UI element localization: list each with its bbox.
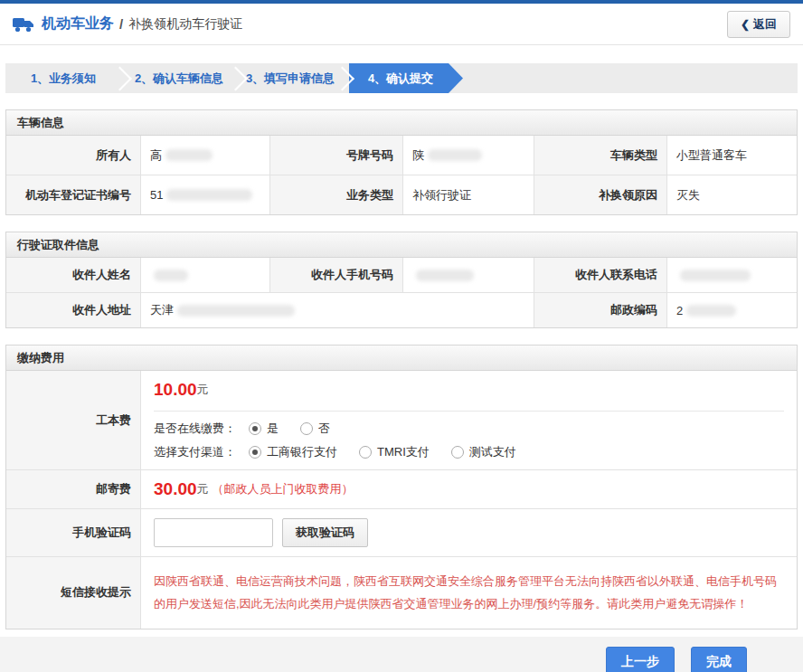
sms-notice-content: 因陕西省联通、电信运营商技术问题，陕西省互联网交通安全综合服务管理平台无法向持陕… xyxy=(141,557,797,629)
zip-code-label: 邮政编码 xyxy=(534,293,667,327)
reason-value: 灭失 xyxy=(667,175,797,214)
radio-unchecked-icon[interactable] xyxy=(451,446,464,459)
recipient-phone-value xyxy=(667,258,797,292)
redacted-text xyxy=(177,305,295,317)
step-1-business-notice[interactable]: 1、业务须知 xyxy=(5,63,121,93)
sms-notice-text: 因陕西省联通、电信运营商技术问题，陕西省互联网交通安全综合服务管理平台无法向持陕… xyxy=(154,566,784,620)
cost-fee-content: 10.00 元 是否在线缴费： 是 否 选择支付渠道： 工商银行支 xyxy=(141,371,797,469)
reason-label: 补换领原因 xyxy=(534,175,667,214)
recipient-mobile-value xyxy=(403,258,534,292)
sms-notice-label: 短信接收提示 xyxy=(6,557,141,629)
vehicle-info-panel: 车辆信息 所有人 高 号牌号码 陕 车辆类型 小型普通客车 机动车登记证书编号 … xyxy=(5,109,798,215)
online-pay-option-yes[interactable]: 是 xyxy=(249,421,279,437)
postage-fee-label: 邮寄费 xyxy=(6,470,141,508)
pay-channel-option-tmri[interactable]: TMRI支付 xyxy=(359,444,430,460)
previous-step-button[interactable]: 上一步 xyxy=(606,647,675,672)
step-3-fill-application[interactable]: 3、填写申请信息 xyxy=(237,63,344,93)
radio-unchecked-icon[interactable] xyxy=(300,422,313,435)
vehicle-type-value: 小型普通客车 xyxy=(667,136,797,175)
table-row: 收件人姓名 收件人手机号码 收件人联系电话 xyxy=(6,258,797,292)
recipient-phone-label: 收件人联系电话 xyxy=(534,258,667,292)
step-2-confirm-vehicle[interactable]: 2、确认车辆信息 xyxy=(121,63,237,93)
plate-label: 号牌号码 xyxy=(270,136,403,175)
chevron-left-icon: ❮ xyxy=(741,19,750,30)
online-pay-no-label: 否 xyxy=(318,421,330,437)
postage-note: （邮政人员上门收取费用） xyxy=(213,481,354,497)
cost-amount: 10.00 元 xyxy=(154,380,784,400)
step-4-confirm-submit[interactable]: 4、确认提交 xyxy=(349,63,463,93)
radio-checked-icon[interactable] xyxy=(249,446,261,459)
online-pay-option-no[interactable]: 否 xyxy=(300,421,330,437)
postage-fee-row: 邮寄费 30.00 元 （邮政人员上门收取费用） xyxy=(6,469,797,508)
plate-value: 陕 xyxy=(403,136,534,175)
page-title: 机动车业务 xyxy=(42,14,114,33)
table-row: 收件人地址 天津 邮政编码 2 xyxy=(6,292,797,327)
vehicle-info-title: 车辆信息 xyxy=(6,110,797,136)
recipient-name-label: 收件人姓名 xyxy=(6,258,141,292)
recipient-name-value xyxy=(141,258,270,292)
redacted-text xyxy=(680,270,751,281)
recipient-address-label: 收件人地址 xyxy=(6,293,141,327)
online-pay-yes-label: 是 xyxy=(267,421,279,437)
postage-amount-number: 30.00 xyxy=(154,479,197,499)
pay-channel-option-test[interactable]: 测试支付 xyxy=(451,444,516,460)
redacted-text xyxy=(686,305,736,317)
cost-fee-label: 工本费 xyxy=(6,371,141,469)
redacted-text xyxy=(416,270,474,281)
pay-channel-tmri-label: TMRI支付 xyxy=(377,444,430,460)
breadcrumb-current: 补换领机动车行驶证 xyxy=(128,16,242,33)
vehicle-type-label: 车辆类型 xyxy=(534,136,667,175)
radio-checked-icon[interactable] xyxy=(249,422,261,435)
redacted-text xyxy=(428,149,482,161)
step-4-label: 4、确认提交 xyxy=(368,71,433,87)
finish-button[interactable]: 完成 xyxy=(691,647,747,672)
cert-number-value: 51 xyxy=(141,175,270,214)
payment-panel: 缴纳费用 工本费 10.00 元 是否在线缴费： 是 否 选择支付渠道 xyxy=(5,345,798,629)
sms-notice-row: 短信接收提示 因陕西省联通、电信运营商技术问题，陕西省互联网交通安全综合服务管理… xyxy=(6,556,797,629)
pay-channel-question: 选择支付渠道： xyxy=(154,444,236,460)
back-button[interactable]: ❮ 返回 xyxy=(727,11,790,38)
page-header: 机动车业务 / 补换领机动车行驶证 ❮ 返回 xyxy=(0,4,803,45)
cost-fee-row: 工本费 10.00 元 是否在线缴费： 是 否 选择支付渠道： xyxy=(6,371,797,469)
get-code-button[interactable]: 获取验证码 xyxy=(282,518,368,547)
step-nav: 1、业务须知 2、确认车辆信息 3、填写申请信息 4、确认提交 xyxy=(5,63,798,93)
online-pay-question-row: 是否在线缴费： 是 否 xyxy=(154,421,784,437)
footer-bar: 上一步 完成 xyxy=(0,637,803,672)
recipient-mobile-label: 收件人手机号码 xyxy=(270,258,403,292)
back-button-label: 返回 xyxy=(753,16,777,33)
radio-unchecked-icon[interactable] xyxy=(359,446,372,459)
business-type-value: 补领行驶证 xyxy=(403,175,534,214)
step-1-label: 1、业务须知 xyxy=(31,71,96,87)
owner-value: 高 xyxy=(141,136,270,175)
sms-code-content: 获取验证码 xyxy=(141,509,797,556)
postage-amount-unit: 元 xyxy=(197,481,209,497)
pay-channel-question-row: 选择支付渠道： 工商银行支付 TMRI支付 测试支付 xyxy=(154,444,784,460)
delivery-info-panel: 行驶证取件信息 收件人姓名 收件人手机号码 收件人联系电话 收件人地址 天津 邮… xyxy=(5,232,798,328)
redacted-text xyxy=(154,270,188,281)
zip-code-value: 2 xyxy=(667,293,797,327)
sms-code-label: 手机验证码 xyxy=(6,509,141,556)
delivery-info-title: 行驶证取件信息 xyxy=(6,232,797,258)
cost-amount-number: 10.00 xyxy=(154,380,197,400)
redacted-text xyxy=(165,149,213,161)
online-pay-question: 是否在线缴费： xyxy=(154,421,236,437)
step-3-label: 3、填写申请信息 xyxy=(246,71,335,87)
pay-channel-icbc-label: 工商银行支付 xyxy=(267,444,337,460)
owner-label: 所有人 xyxy=(6,136,141,175)
truck-icon xyxy=(13,16,34,33)
pay-channel-test-label: 测试支付 xyxy=(469,444,516,460)
divider xyxy=(154,411,784,412)
recipient-address-value: 天津 xyxy=(141,293,534,327)
step-2-label: 2、确认车辆信息 xyxy=(135,71,223,87)
cert-number-label: 机动车登记证书编号 xyxy=(6,175,141,214)
payment-title: 缴纳费用 xyxy=(6,345,797,371)
business-type-label: 业务类型 xyxy=(270,175,403,214)
table-row: 所有人 高 号牌号码 陕 车辆类型 小型普通客车 xyxy=(6,136,797,175)
sms-code-input[interactable] xyxy=(154,518,273,547)
breadcrumb-separator: / xyxy=(119,16,123,32)
pay-channel-option-icbc[interactable]: 工商银行支付 xyxy=(249,444,337,460)
postage-fee-content: 30.00 元 （邮政人员上门收取费用） xyxy=(141,470,797,508)
sms-code-row: 手机验证码 获取验证码 xyxy=(6,508,797,556)
cost-amount-unit: 元 xyxy=(197,382,209,398)
redacted-text xyxy=(166,189,252,201)
